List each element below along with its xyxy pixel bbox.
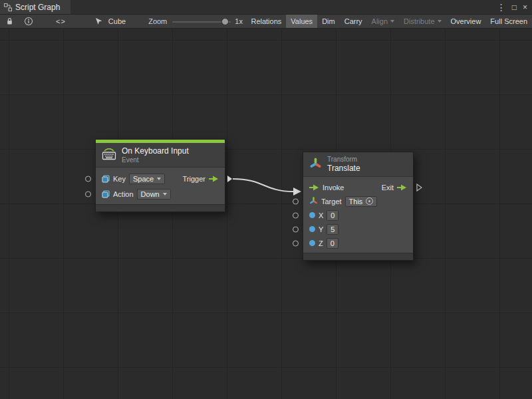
node-on-keyboard-input[interactable]: On Keyboard Input Event Key Space <box>95 139 225 212</box>
graph-canvas[interactable]: On Keyboard Input Event Key Space <box>0 29 532 399</box>
z-row: Z 0 <box>303 236 413 250</box>
graph-target[interactable]: Cube <box>92 17 126 25</box>
z-input-port[interactable] <box>293 240 299 246</box>
script-graph-icon <box>4 3 12 11</box>
chevron-down-icon <box>438 20 442 23</box>
chevron-down-icon <box>157 178 161 180</box>
invoke-arrow-icon <box>309 184 319 191</box>
keyboard-icon <box>102 148 116 162</box>
code-icon[interactable]: <> <box>53 17 68 25</box>
transform-node-footer <box>303 253 413 260</box>
x-row: X 0 <box>303 208 413 222</box>
target-value: This <box>349 198 363 205</box>
event-node-footer <box>96 204 225 211</box>
transform-icon <box>309 197 318 205</box>
exit-label: Exit <box>382 184 394 192</box>
invoke-row: Invoke Exit <box>303 180 413 194</box>
info-icon[interactable] <box>21 17 36 26</box>
window-maximize-button[interactable]: □ <box>512 0 517 15</box>
toolbar-buttons: Relations Values Dim Carry Align Distrib… <box>246 15 532 28</box>
value-port-icon <box>309 212 315 218</box>
carry-button[interactable]: Carry <box>340 15 367 28</box>
transform-node-title: Translate <box>327 164 360 173</box>
key-dropdown-value: Space <box>133 175 154 183</box>
align-button[interactable]: Align <box>367 15 399 28</box>
window-titlebar: Script Graph ⋮ □ × <box>0 0 532 15</box>
keycode-icon <box>102 175 110 183</box>
target-label: Target <box>321 198 342 205</box>
action-row: Action Down <box>96 186 225 201</box>
trigger-label: Trigger <box>183 175 205 183</box>
y-label: Y <box>319 225 323 233</box>
key-row: Key Space Trigger <box>96 171 225 186</box>
event-node-title: On Keyboard Input <box>122 146 189 156</box>
values-button[interactable]: Values <box>286 15 317 28</box>
action-dropdown[interactable]: Down <box>137 189 171 200</box>
lock-icon[interactable] <box>3 17 16 25</box>
event-node-header[interactable]: On Keyboard Input Event <box>96 143 225 168</box>
y-row: Y 5 <box>303 222 413 236</box>
y-input-port[interactable] <box>293 226 299 232</box>
window-close-button[interactable]: × <box>523 0 527 15</box>
zoom-value: 1x <box>235 17 243 25</box>
object-picker-icon[interactable] <box>366 198 373 205</box>
trigger-output-port[interactable] <box>227 176 232 182</box>
graph-toolbar: <> Cube Zoom 1x Relations Values Dim Car… <box>0 15 532 29</box>
z-value: 0 <box>331 239 334 247</box>
distribute-button[interactable]: Distribute <box>399 15 446 28</box>
zoom-slider-knob[interactable] <box>221 18 229 25</box>
node-transform-translate[interactable]: Transform Translate Invoke Exit <box>303 152 414 261</box>
transform-node-category: Transform <box>327 156 360 163</box>
x-label: X <box>319 211 323 219</box>
value-port-icon <box>309 226 315 232</box>
tab-script-graph[interactable]: Script Graph <box>0 0 70 14</box>
target-value-field[interactable]: This <box>345 196 378 207</box>
transform-icon <box>309 158 322 172</box>
event-node-subtitle: Event <box>122 156 189 164</box>
connection-wire <box>0 29 532 399</box>
exit-arrow-icon <box>397 184 407 191</box>
value-port-icon <box>309 240 315 246</box>
chevron-down-icon <box>390 20 394 23</box>
action-input-port[interactable] <box>85 191 91 197</box>
dim-button[interactable]: Dim <box>317 15 340 28</box>
fullscreen-button[interactable]: Full Screen <box>485 15 532 28</box>
graph-target-label: Cube <box>108 17 126 25</box>
window-menu-button[interactable]: ⋮ <box>497 0 506 15</box>
x-value: 0 <box>331 211 334 219</box>
chevron-down-icon <box>163 193 167 196</box>
x-value-field[interactable]: 0 <box>327 210 338 221</box>
action-dropdown-value: Down <box>141 190 160 198</box>
y-value-field[interactable]: 5 <box>327 224 338 235</box>
zoom-slider[interactable] <box>172 15 231 29</box>
trigger-arrow-icon <box>209 176 219 182</box>
z-label: Z <box>319 239 323 247</box>
transform-node-body: Invoke Exit <box>303 177 413 253</box>
keycode-icon <box>102 190 110 198</box>
tab-title: Script Graph <box>15 3 60 12</box>
key-label: Key <box>113 175 126 183</box>
cursor-icon <box>92 17 105 25</box>
event-node-body: Key Space Trigger <box>96 168 225 204</box>
y-value: 5 <box>331 225 334 233</box>
key-input-port[interactable] <box>85 176 91 182</box>
invoke-label: Invoke <box>323 184 344 192</box>
action-label: Action <box>113 190 134 198</box>
key-dropdown[interactable]: Space <box>129 174 165 184</box>
overview-button[interactable]: Overview <box>446 15 486 28</box>
z-value-field[interactable]: 0 <box>327 238 338 249</box>
x-input-port[interactable] <box>293 212 299 218</box>
transform-node-header[interactable]: Transform Translate <box>303 152 413 177</box>
target-input-port[interactable] <box>293 198 299 204</box>
exit-output-port[interactable] <box>416 184 422 192</box>
zoom-label: Zoom <box>148 17 167 25</box>
target-row: Target This <box>303 194 413 208</box>
relations-button[interactable]: Relations <box>246 15 286 28</box>
window-controls: ⋮ □ × <box>497 0 532 14</box>
